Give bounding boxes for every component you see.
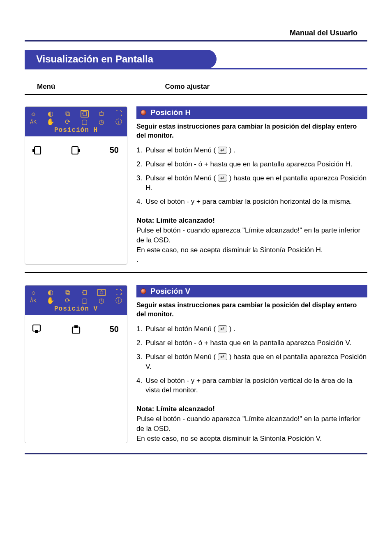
osd-value-h: 50 xyxy=(110,145,121,155)
osd-body-v: 50 xyxy=(25,315,127,343)
step-2: 2. Pulsar el botón - ó + hasta que en la… xyxy=(136,159,367,169)
lock-icon: ⧉ xyxy=(63,289,71,296)
svg-rect-5 xyxy=(32,149,35,152)
step-3: 3. Pulsar el botón Menú ( ↵ ) hasta que … xyxy=(136,352,367,372)
vpos-down-icon xyxy=(31,324,42,334)
info-icon: ⓘ xyxy=(115,118,123,126)
osd-top: ☼ ◐ ⧉ ⛶ ÅK ✋ ⟳ ▢ ◷ ⓘ Posición H xyxy=(25,107,127,136)
osd-label-h: Posición H xyxy=(29,127,123,134)
menu-button-icon: ↵ xyxy=(218,325,227,332)
topic-bar-h: Posición H xyxy=(136,106,367,119)
step-text: Use el botón - y + para cambiar la posic… xyxy=(145,197,367,207)
expand-icon: ⛶ xyxy=(115,289,123,296)
step-text: Use el botón - y + para cambiar la posic… xyxy=(145,376,367,396)
hpos-right-icon xyxy=(70,146,82,155)
column-headers: Menú Como ajustar xyxy=(25,78,367,95)
hpos-left-icon xyxy=(31,146,42,155)
intro-v: Seguir estas instrucciones para cambiar … xyxy=(136,301,367,318)
manual-header: Manual del Usuario xyxy=(25,29,367,37)
step-1: 1. Pulsar el botón Menú ( ↵ ) . xyxy=(136,324,367,334)
step-text: Pulsar el botón Menú ( ↵ ) . xyxy=(145,145,367,155)
step-3: 3. Pulsar el botón Menú ( ↵ ) hasta que … xyxy=(136,173,367,193)
topic-title-v: Posición V xyxy=(150,287,190,296)
step-2: 2. Pulsar el botón - ó + hasta que en la… xyxy=(136,338,367,348)
column-header-como: Como ajustar xyxy=(162,83,367,91)
lock-icon: ⧉ xyxy=(63,110,71,117)
note-line1: Pulse el botón - cuando aparezca "Límite… xyxy=(136,414,367,434)
steps-h: 1. Pulsar el botón Menú ( ↵ ) . 2. Pulsa… xyxy=(136,145,367,207)
geometry-icon: ▢ xyxy=(81,118,89,126)
step-num: 3. xyxy=(136,173,142,193)
step-num: 4. xyxy=(136,197,142,207)
content-v: Posición V Seguir estas instrucciones pa… xyxy=(136,285,367,443)
step-pre: Pulsar el botón Menú ( xyxy=(145,353,216,361)
svg-rect-14 xyxy=(72,327,80,333)
reset-icon: ⟳ xyxy=(63,297,71,304)
step-text: Pulsar el botón Menú ( ↵ ) . xyxy=(145,324,367,334)
note-h: Nota: Límite alcanzado! Pulse el botón -… xyxy=(136,216,367,265)
hpos-icon xyxy=(81,289,89,296)
column-header-menu: Menú xyxy=(25,83,162,91)
topic-title-h: Posición H xyxy=(150,108,191,117)
steps-v: 1. Pulsar el botón Menú ( ↵ ) . 2. Pulsa… xyxy=(136,324,367,395)
contrast-icon: ◐ xyxy=(46,110,55,117)
language-icon: ✋ xyxy=(46,297,55,304)
osd-icon-row-2: ÅK ✋ ⟳ ▢ ◷ ⓘ xyxy=(29,297,123,304)
step-1: 1. Pulsar el botón Menú ( ↵ ) . xyxy=(136,145,367,155)
bullet-icon xyxy=(141,288,146,294)
header-rule xyxy=(25,40,367,41)
step-4: 4. Use el botón - y + para cambiar la po… xyxy=(136,376,367,396)
osd-value-v: 50 xyxy=(110,325,121,334)
step-text: Pulsar el botón - ó + hasta que en la pa… xyxy=(145,159,367,169)
svg-rect-2 xyxy=(100,112,103,115)
svg-rect-15 xyxy=(74,325,78,328)
step-num: 2. xyxy=(136,338,142,348)
osd-body-h: 50 xyxy=(25,136,127,164)
timer-icon: ◷ xyxy=(97,297,106,304)
step-text: Pulsar el botón Menú ( ↵ ) hasta que en … xyxy=(145,173,367,193)
svg-rect-6 xyxy=(72,147,78,154)
section-separator xyxy=(25,272,367,273)
step-pre: Pulsar el botón Menú ( xyxy=(145,174,216,182)
menu-button-icon: ↵ xyxy=(218,147,227,154)
step-num: 2. xyxy=(136,159,142,169)
step-pre: Pulsar el botón Menú ( xyxy=(145,325,216,333)
note-v: Nota: Límite alcanzado! Pulse el botón -… xyxy=(136,404,367,443)
intro-h: Seguir estas instrucciones para cambiar … xyxy=(136,122,367,140)
language-icon: ✋ xyxy=(46,118,55,126)
osd-icon-row-1: ☼ ◐ ⧉ ⛶ xyxy=(29,289,123,296)
page-title: Visualización en Pantalla xyxy=(25,50,367,69)
menu-button-icon: ↵ xyxy=(218,175,227,182)
step-4: 4. Use el botón - y + para cambiar la po… xyxy=(136,197,367,207)
step-num: 4. xyxy=(136,376,142,396)
note-title: Nota: Límite alcanzado! xyxy=(136,404,367,414)
section-posicion-v: ☼ ◐ ⧉ ⛶ ÅK ✋ ⟳ ▢ ◷ ⓘ Posición V xyxy=(25,285,367,443)
color-icon: ÅK xyxy=(29,297,37,304)
vpos-icon xyxy=(97,110,106,117)
vpos-icon xyxy=(97,289,106,296)
svg-rect-7 xyxy=(78,149,80,152)
step-text: Pulsar el botón Menú ( ↵ ) hasta que en … xyxy=(145,352,367,372)
osd-top: ☼ ◐ ⧉ ⛶ ÅK ✋ ⟳ ▢ ◷ ⓘ Posición V xyxy=(25,286,127,315)
svg-rect-4 xyxy=(35,147,41,154)
content-h: Posición H Seguir estas instrucciones pa… xyxy=(136,106,367,265)
svg-rect-0 xyxy=(83,112,86,116)
info-icon: ⓘ xyxy=(115,297,123,304)
vpos-up-icon xyxy=(70,324,82,334)
step-pre: Pulsar el botón Menú ( xyxy=(145,146,216,154)
svg-rect-10 xyxy=(100,291,103,294)
menu-button-icon: ↵ xyxy=(218,353,227,360)
osd-panel-v: ☼ ◐ ⧉ ⛶ ÅK ✋ ⟳ ▢ ◷ ⓘ Posición V xyxy=(25,285,127,443)
step-num: 1. xyxy=(136,324,142,334)
brightness-icon: ☼ xyxy=(29,110,37,117)
topic-bar-v: Posición V xyxy=(136,285,367,297)
expand-icon: ⛶ xyxy=(115,110,123,117)
hpos-icon xyxy=(81,110,89,117)
step-text: Pulsar el botón - ó + hasta que en la pa… xyxy=(145,338,367,348)
svg-rect-12 xyxy=(33,325,40,331)
timer-icon: ◷ xyxy=(97,118,106,126)
svg-rect-13 xyxy=(35,330,38,333)
osd-panel-h: ☼ ◐ ⧉ ⛶ ÅK ✋ ⟳ ▢ ◷ ⓘ Posición H xyxy=(25,106,127,265)
svg-rect-8 xyxy=(83,290,86,295)
note-line1: Pulse el botón - cuando aparezca "Límite… xyxy=(136,226,367,245)
